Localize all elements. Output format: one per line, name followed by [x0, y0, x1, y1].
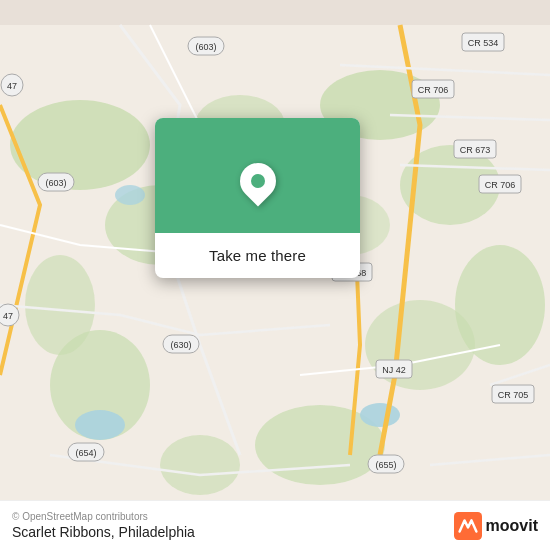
svg-text:CR 705: CR 705: [498, 390, 529, 400]
svg-text:(630): (630): [170, 340, 191, 350]
popup-map-area: [155, 118, 360, 233]
svg-point-13: [75, 410, 125, 440]
svg-text:CR 673: CR 673: [460, 145, 491, 155]
moovit-logo: moovit: [454, 512, 538, 540]
svg-text:CR 534: CR 534: [468, 38, 499, 48]
osm-attribution: © OpenStreetMap contributors: [12, 511, 195, 522]
svg-point-9: [160, 435, 240, 495]
svg-text:(603): (603): [45, 178, 66, 188]
svg-text:CR 706: CR 706: [485, 180, 516, 190]
svg-text:47: 47: [7, 81, 17, 91]
moovit-icon: [454, 512, 482, 540]
svg-point-14: [360, 403, 400, 427]
svg-text:47: 47: [3, 311, 13, 321]
svg-text:(603): (603): [195, 42, 216, 52]
svg-text:NJ 42: NJ 42: [382, 365, 406, 375]
svg-text:(654): (654): [75, 448, 96, 458]
bottom-left: © OpenStreetMap contributors Scarlet Rib…: [12, 511, 195, 540]
map-container: CR 534 CR 706 CR 673 CR 706 (603) (603) …: [0, 0, 550, 550]
popup-card: Take me there: [155, 118, 360, 278]
location-label: Scarlet Ribbons, Philadelphia: [12, 524, 195, 540]
take-me-there-button[interactable]: Take me there: [209, 243, 306, 268]
svg-text:(655): (655): [375, 460, 396, 470]
svg-point-1: [10, 100, 150, 190]
svg-point-15: [115, 185, 145, 205]
location-pin: [232, 155, 283, 206]
bottom-bar: © OpenStreetMap contributors Scarlet Rib…: [0, 500, 550, 550]
moovit-text: moovit: [486, 517, 538, 535]
svg-text:CR 706: CR 706: [418, 85, 449, 95]
popup-button-area[interactable]: Take me there: [155, 233, 360, 278]
svg-point-10: [25, 255, 95, 355]
